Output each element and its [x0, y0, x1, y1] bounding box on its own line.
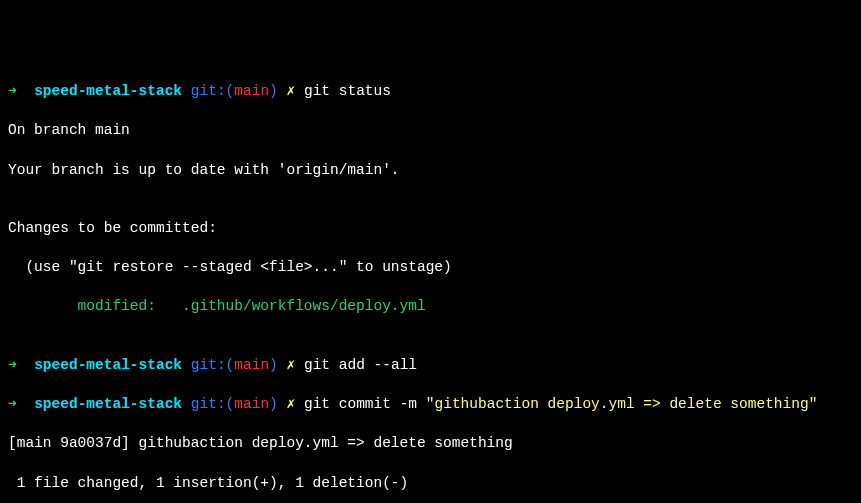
commit-msg: "githubaction deploy.yml => delete somet… — [426, 396, 818, 412]
git-label: git:( — [191, 83, 235, 99]
command: git status — [304, 83, 391, 99]
output-line: [main 9a0037d] githubaction deploy.yml =… — [8, 434, 853, 454]
git-branch: main — [234, 83, 269, 99]
output-line: 1 file changed, 1 insertion(+), 1 deleti… — [8, 474, 853, 494]
git-close: ) — [269, 357, 278, 373]
git-close: ) — [269, 396, 278, 412]
cwd: speed-metal-stack — [34, 357, 182, 373]
output-line-staged: modified: .github/workflows/deploy.yml — [8, 297, 853, 317]
output-line: Your branch is up to date with 'origin/m… — [8, 161, 853, 181]
cwd: speed-metal-stack — [34, 83, 182, 99]
dirty-icon: ✗ — [287, 396, 296, 412]
git-label: git:( — [191, 357, 235, 373]
arrow-icon: ➜ — [8, 83, 17, 99]
command: git commit -m — [304, 396, 426, 412]
arrow-icon: ➜ — [8, 357, 17, 373]
prompt-line-2[interactable]: ➜ speed-metal-stack git:(main) ✗ git add… — [8, 356, 853, 376]
dirty-icon: ✗ — [287, 357, 296, 373]
cwd: speed-metal-stack — [34, 396, 182, 412]
dirty-icon: ✗ — [287, 83, 296, 99]
output-line: Changes to be committed: — [8, 219, 853, 239]
git-close: ) — [269, 83, 278, 99]
git-branch: main — [234, 396, 269, 412]
git-label: git:( — [191, 396, 235, 412]
prompt-line-3[interactable]: ➜ speed-metal-stack git:(main) ✗ git com… — [8, 395, 853, 415]
git-branch: main — [234, 357, 269, 373]
output-line: (use "git restore --staged <file>..." to… — [8, 258, 853, 278]
output-line: On branch main — [8, 121, 853, 141]
command: git add --all — [304, 357, 417, 373]
arrow-icon: ➜ — [8, 396, 17, 412]
prompt-line-1[interactable]: ➜ speed-metal-stack git:(main) ✗ git sta… — [8, 82, 853, 102]
